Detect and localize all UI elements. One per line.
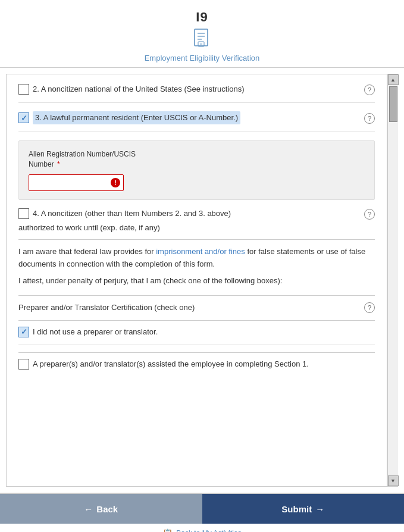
- option4-subtext: authorized to work until (exp. date, if …: [18, 223, 375, 232]
- page-header: I9 Employment Eligibility Verification: [0, 0, 404, 68]
- option2-help-icon[interactable]: ?: [364, 85, 375, 95]
- section-separator-3: [18, 320, 375, 321]
- no-preparer-checkbox[interactable]: [18, 327, 29, 337]
- option2-label: 2. A noncitizen national of the United S…: [33, 84, 245, 95]
- preparer-title: Preparer and/or Translator Certification…: [18, 303, 361, 312]
- back-label: Back: [96, 504, 118, 514]
- option2-row: 2. A noncitizen national of the United S…: [18, 84, 375, 103]
- with-preparer-row: A preparer(s) and/or translator(s) assis…: [18, 359, 375, 377]
- submit-label: Submit: [281, 504, 312, 514]
- with-preparer-checkbox[interactable]: [18, 359, 29, 370]
- option2-checkbox[interactable]: [18, 84, 29, 95]
- option4-row: 4. A noncitizen (other than Item Numbers…: [18, 208, 375, 220]
- option4-label: 4. A noncitizen (other than Item Numbers…: [33, 208, 231, 219]
- back-arrow-icon: ←: [84, 504, 93, 514]
- option3-wrapper: 3. A lawful permanent resident (Enter US…: [18, 111, 361, 124]
- footer-nav: ← Back Submit →: [0, 493, 404, 524]
- submit-button[interactable]: Submit →: [202, 494, 405, 524]
- alien-reg-label: Alien Registration Number/USCISNumber *: [29, 149, 365, 170]
- option2-wrapper: 2. A noncitizen national of the United S…: [18, 84, 361, 95]
- back-to-activities-label: Back to My Activities: [176, 529, 241, 532]
- option4-checkbox[interactable]: [18, 208, 29, 219]
- document-icon: [193, 29, 211, 50]
- required-star: *: [57, 160, 60, 168]
- preparer-help-icon[interactable]: ?: [364, 302, 375, 313]
- option3-checkbox[interactable]: [18, 112, 29, 123]
- no-preparer-row: I did not use a preparer or translator.: [18, 327, 375, 345]
- page-subtitle: Employment Eligibility Verification: [0, 54, 404, 62]
- submit-arrow-icon: →: [315, 504, 324, 514]
- section-separator-4: [18, 352, 375, 353]
- scrollbar-thumb[interactable]: [389, 86, 397, 122]
- option4-wrapper: 4. A noncitizen (other than Item Numbers…: [18, 208, 361, 219]
- alien-reg-input[interactable]: [29, 174, 124, 191]
- option3-row: 3. A lawful permanent resident (Enter US…: [18, 111, 375, 132]
- option4-help-icon[interactable]: ?: [364, 209, 375, 220]
- svg-rect-0: [195, 29, 208, 46]
- no-preparer-label: I did not use a preparer or translator.: [33, 327, 158, 337]
- alien-registration-box: Alien Registration Number/USCISNumber * …: [18, 140, 375, 200]
- preparer-row: Preparer and/or Translator Certification…: [18, 302, 375, 313]
- input-error-icon: !: [111, 178, 120, 187]
- option3-help-icon[interactable]: ?: [364, 113, 375, 124]
- page-title: I9: [0, 10, 404, 25]
- alien-reg-input-wrapper: !: [29, 174, 124, 191]
- form-panel[interactable]: 2. A noncitizen national of the United S…: [6, 74, 387, 487]
- back-to-activities[interactable]: 📋 Back to My Activities: [0, 524, 404, 532]
- imprisonment-link: imprisonment and/or fines: [156, 247, 245, 256]
- section-separator-1: [18, 239, 375, 240]
- scrollbar-down-arrow[interactable]: ▼: [388, 475, 399, 486]
- with-preparer-label: A preparer(s) and/or translator(s) assis…: [33, 359, 309, 370]
- with-preparer-wrapper: A preparer(s) and/or translator(s) assis…: [18, 359, 375, 370]
- scrollbar-track: ▲ ▼: [387, 74, 398, 487]
- back-button[interactable]: ← Back: [0, 494, 202, 524]
- scrollbar-up-arrow[interactable]: ▲: [388, 74, 399, 85]
- option3-label: 3. A lawful permanent resident (Enter US…: [33, 111, 240, 124]
- warning-text: I am aware that federal law provides for…: [18, 246, 375, 271]
- no-preparer-wrapper: I did not use a preparer or translator.: [18, 327, 375, 337]
- main-content: 2. A noncitizen national of the United S…: [0, 68, 404, 493]
- section-separator-2: [18, 295, 375, 296]
- attest-text: I attest, under penalty of perjury, that…: [18, 275, 375, 287]
- clipboard-icon: 📋: [162, 528, 173, 532]
